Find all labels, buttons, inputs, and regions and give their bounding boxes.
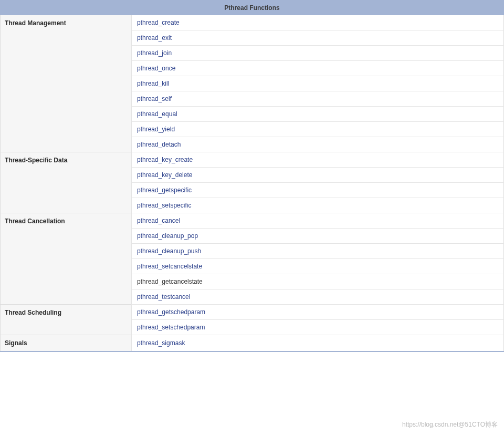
table-row: Thread Schedulingpthread_getschedparam [1,305,504,320]
function-cell: pthread_testcancel [132,289,504,305]
function-cell: pthread_exit [132,30,504,46]
function-cell: pthread_key_delete [132,168,504,183]
table-row: Thread-Specific Datapthread_key_create [1,152,504,168]
function-cell: pthread_getspecific [132,183,504,198]
function-cell: pthread_sigmask [132,335,504,352]
function-cell: pthread_cancel [132,213,504,229]
function-cell: pthread_kill [132,76,504,91]
category-cell: Thread Management [1,15,132,152]
category-cell: Signals [1,335,132,352]
category-cell: Thread Cancellation [1,213,132,305]
table-row: Signalspthread_sigmask [1,335,504,352]
function-link[interactable]: pthread_cleanup_push [137,247,201,255]
function-cell: pthread_cleanup_pop [132,229,504,244]
function-link[interactable]: pthread_join [137,49,172,57]
function-link[interactable]: pthread_self [137,95,172,102]
table-row: Thread Managementpthread_create [1,15,504,30]
function-link[interactable]: pthread_detach [137,141,181,148]
function-link[interactable]: pthread_key_create [137,156,193,163]
function-link[interactable]: pthread_setspecific [137,202,191,209]
function-link[interactable]: pthread_cancel [137,217,180,224]
category-cell: Thread Scheduling [1,305,132,335]
function-cell: pthread_cleanup_push [132,244,504,259]
function-cell: pthread_once [132,61,504,76]
category-cell: Thread-Specific Data [1,152,132,213]
function-cell: pthread_getcancelstate [132,274,504,289]
function-link[interactable]: pthread_getschedparam [137,308,205,316]
function-link[interactable]: pthread_equal [137,110,177,118]
function-link[interactable]: pthread_key_delete [137,171,192,179]
table-header-row: Pthread Functions [1,1,504,15]
function-cell: pthread_detach [132,137,504,152]
function-link[interactable]: pthread_getspecific [137,187,192,194]
function-cell: pthread_key_create [132,152,504,168]
function-cell: pthread_self [132,91,504,107]
function-cell: pthread_setcancelstate [132,259,504,274]
function-link[interactable]: pthread_create [137,19,180,26]
function-link[interactable]: pthread_testcancel [137,293,190,301]
function-cell: pthread_join [132,46,504,61]
function-cell: pthread_equal [132,107,504,122]
function-link[interactable]: pthread_cleanup_pop [137,232,198,240]
function-link[interactable]: pthread_once [137,65,175,72]
function-link[interactable]: pthread_setschedparam [137,324,205,331]
function-cell: pthread_yield [132,122,504,137]
function-link[interactable]: pthread_sigmask [137,339,185,347]
table-title: Pthread Functions [1,1,504,15]
function-cell: pthread_setspecific [132,198,504,213]
function-link[interactable]: pthread_exit [137,34,172,42]
function-cell: pthread_setschedparam [132,320,504,335]
function-link[interactable]: pthread_setcancelstate [137,263,202,270]
function-cell: pthread_getschedparam [132,305,504,320]
function-link[interactable]: pthread_yield [137,126,175,133]
pthread-functions-table: Pthread Functions Thread Managementpthre… [0,0,504,352]
function-label: pthread_getcancelstate [137,278,203,285]
function-link[interactable]: pthread_kill [137,80,169,87]
function-cell: pthread_create [132,15,504,30]
table-row: Thread Cancellationpthread_cancel [1,213,504,229]
